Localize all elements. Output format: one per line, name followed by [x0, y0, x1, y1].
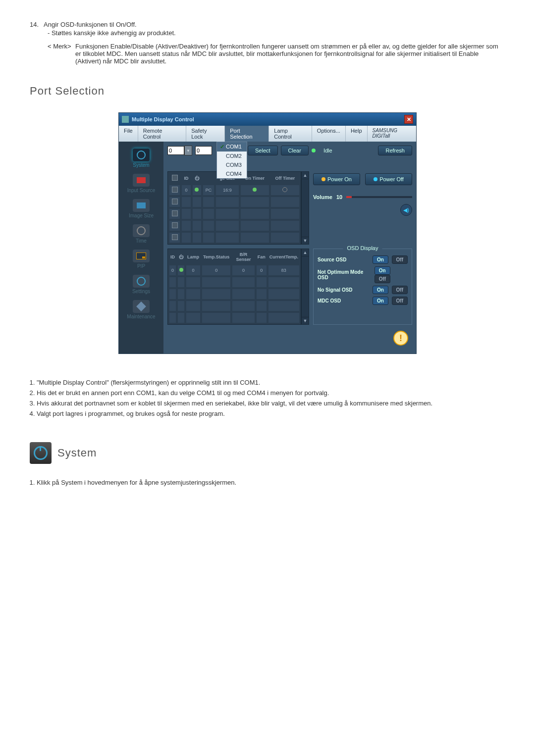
close-icon[interactable]: ✕ [404, 115, 413, 124]
port-com3[interactable]: COM3 [217, 160, 247, 169]
port-com2[interactable]: COM2 [217, 151, 247, 160]
menubar: File Remote Control Safety Lock Port Sel… [119, 126, 416, 142]
col2-cur: CurrentTemp. [268, 250, 300, 264]
select-button[interactable]: Select [248, 146, 278, 155]
table-row[interactable] [169, 208, 300, 219]
sidebar-item-time[interactable]: Time [119, 221, 163, 247]
scrollbar[interactable] [301, 179, 309, 237]
menu-lamp[interactable]: Lamp Control [269, 126, 312, 142]
row-checkbox[interactable] [172, 187, 178, 193]
col2-br: B/R Senser [232, 250, 255, 264]
scroll-up-icon[interactable]: ▲ [301, 171, 309, 179]
menu-port[interactable]: Port Selection [225, 126, 269, 142]
warning-icon: ! [393, 331, 408, 346]
source-osd-on[interactable]: On [373, 255, 388, 264]
scroll-down-icon[interactable]: ▼ [301, 317, 309, 325]
refresh-button[interactable]: Refresh [378, 146, 412, 155]
clear-button[interactable]: Clear [281, 146, 309, 155]
heading-port-selection: Port Selection [30, 85, 505, 98]
wrench-icon [136, 302, 146, 311]
volume-label: Volume [313, 194, 332, 200]
pip-icon [136, 252, 146, 259]
sidebar-item-system[interactable]: System [119, 146, 163, 171]
menu-remote[interactable]: Remote Control [138, 126, 186, 142]
chevron-down-icon[interactable]: ▼ [184, 146, 192, 155]
osd-legend: OSD Display [343, 245, 382, 251]
table-row[interactable]: 0 PC 16:9 [169, 185, 300, 196]
table-row[interactable] [169, 220, 300, 231]
brand-label: SAMSUNG DIGITall [368, 126, 416, 142]
sidebar-item-input[interactable]: Input Source [119, 171, 163, 196]
nosig-osd-off[interactable]: Off [392, 286, 408, 294]
status-dot-icon [195, 188, 199, 192]
list-item: "Multiple Display Control" (flerskjermst… [37, 379, 505, 386]
scroll-down-icon[interactable]: ▼ [301, 237, 309, 245]
item14-text: Angir OSD-funksjonen til On/Off. [44, 21, 137, 28]
osd-mdc-label: MDC OSD [318, 298, 341, 303]
app-icon [122, 116, 129, 123]
power-off-button[interactable]: Power Off [365, 173, 412, 185]
idle-label: Idle [323, 148, 332, 153]
sidebar-item-image[interactable]: Image Size [119, 196, 163, 221]
scrollbar[interactable] [301, 256, 309, 317]
nosig-osd-on[interactable]: On [373, 286, 388, 294]
table-row[interactable] [169, 289, 300, 300]
col-id: ID [181, 173, 191, 184]
table-row[interactable] [169, 277, 300, 288]
list-item: Klikk på System i hovedmenyen for å åpne… [37, 479, 505, 486]
sidebar-item-pip[interactable]: PIP [119, 247, 163, 272]
id-to-input[interactable] [195, 146, 212, 155]
timer-off-icon [282, 187, 287, 192]
notopt-osd-off[interactable]: Off [374, 275, 390, 283]
menu-options[interactable]: Options... [312, 126, 346, 142]
port-com4[interactable]: COM4 [217, 169, 247, 178]
notopt-osd-on[interactable]: On [374, 266, 390, 275]
list-item: His det er brukt en annen port enn COM1,… [37, 389, 505, 397]
titlebar: Multiple Display Control ✕ [119, 113, 416, 126]
menu-file[interactable]: File [119, 126, 138, 142]
sidebar-item-maintenance[interactable]: Maintenance [119, 297, 163, 322]
mdc-osd-on[interactable]: On [373, 297, 388, 305]
status-dot-icon [179, 268, 183, 272]
menu-safety[interactable]: Safety Lock [186, 126, 225, 142]
table-row[interactable] [169, 301, 300, 311]
gear-icon [137, 277, 146, 286]
col2-temp: Temp.Status [202, 250, 231, 264]
image-icon [137, 202, 146, 208]
sidebar: System Input Source Image Size Time PIP … [119, 142, 163, 353]
app-title: Multiple Display Control [132, 116, 194, 122]
id-from-input[interactable] [167, 146, 184, 155]
display-table: ID ⏻ ge Size On Timer Off Timer 0 PC [167, 171, 301, 245]
power-on-button[interactable]: Power On [313, 173, 360, 185]
menu-help[interactable]: Help [346, 126, 368, 142]
scroll-up-icon[interactable]: ▲ [301, 249, 309, 256]
merk-body: Funksjonen Enable/Disable (Aktiver/Deakt… [75, 43, 505, 65]
id-from-spinner[interactable]: ▼ [167, 146, 192, 155]
table-row[interactable] [169, 232, 300, 243]
volume-slider[interactable] [346, 196, 412, 198]
idle-dot-icon [312, 149, 316, 152]
col2-id: ID [169, 250, 176, 264]
timer-dot-icon [253, 188, 257, 192]
list-item: Hvis akkurat det portnavnet som er koble… [37, 400, 505, 407]
id-to-spinner[interactable] [195, 146, 212, 155]
source-osd-off[interactable]: Off [392, 255, 408, 264]
port-com1[interactable]: ✓COM1 [217, 142, 247, 151]
mdc-osd-off[interactable]: Off [392, 297, 408, 305]
col2-lamp: Lamp [186, 250, 201, 264]
col2-fan: Fan [256, 250, 267, 264]
system-section-icon [30, 442, 52, 464]
sidebar-item-settings[interactable]: Settings [119, 272, 163, 297]
source-icon [137, 177, 146, 183]
volume-value: 10 [336, 194, 342, 200]
port-dropdown[interactable]: ✓COM1 COM2 COM3 COM4 [216, 142, 247, 179]
clock-icon [137, 226, 146, 235]
table-row[interactable] [169, 197, 300, 207]
table-row[interactable] [169, 312, 300, 323]
checkbox-icon[interactable] [172, 175, 178, 181]
speaker-icon[interactable]: ◀) [400, 204, 412, 216]
item-number: 14. [30, 21, 44, 28]
main-area: ▼ Select Clear Idle Refresh ID [163, 142, 416, 353]
table-row[interactable]: 0 0 0 0 0 83 [169, 265, 300, 276]
heading-system: System [57, 447, 97, 459]
